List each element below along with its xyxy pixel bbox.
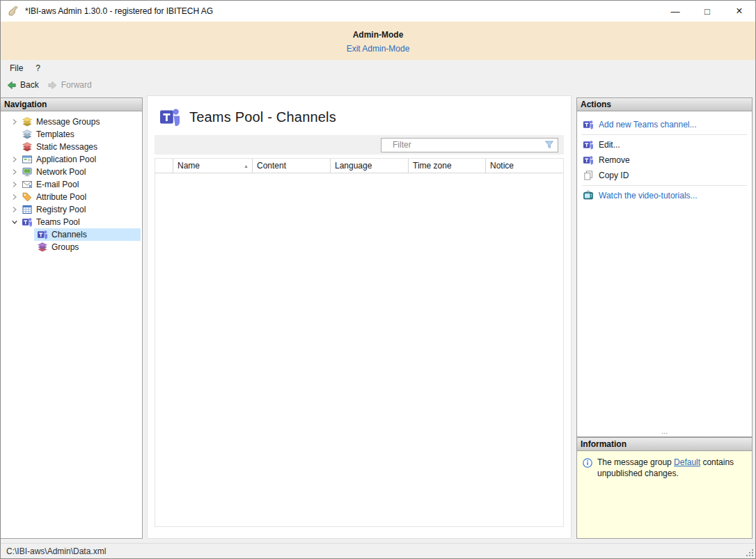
chevron-right-icon[interactable] [10,166,19,178]
nav-item-attribute-pool[interactable]: Attribute Pool [1,191,142,203]
nav-item-label: E-mail Pool [36,180,79,189]
nav-item-channels[interactable]: Channels [1,228,142,241]
add-teams-channel-action[interactable]: Add new Teams channel... [577,117,752,132]
menu-file[interactable]: File [3,60,29,77]
network-pool-icon [22,166,33,178]
copy-icon [583,170,594,181]
chevron-right-icon[interactable] [10,191,19,203]
nav-item-email-pool[interactable]: E-mail Pool [1,178,142,191]
column-header-notice[interactable]: Notice [485,159,563,173]
status-bar-path: C:\IBI-aws\Admin\Data.xml [6,546,106,556]
chevron-spacer [10,241,34,253]
nav-item-label: Teams Pool [36,217,80,227]
actions-panel: Actions Add new Teams channel... Edit...… [576,97,753,437]
email-pool-icon [22,179,33,190]
teams-remove-icon [583,155,594,166]
chevron-spacer [10,128,19,141]
back-button[interactable]: Back [6,80,39,90]
watch-video-tutorials-action[interactable]: Watch the video-tutorials... [577,188,752,203]
table-header: Name ▲ Content Language Time zone Notice [155,159,563,173]
content-panel: Teams Pool - Channels Name ▲ Content Lan… [147,95,572,539]
teams-channel-icon [37,229,48,240]
panel-splitter-handle[interactable]: ... [577,430,752,436]
toolbar: Back Forward [1,77,755,93]
admin-mode-title: Admin-Mode [1,22,755,40]
action-label: Edit... [599,140,620,150]
exit-admin-mode-link[interactable]: Exit Admin-Mode [347,44,410,54]
action-label: Remove [599,155,630,165]
column-header-language[interactable]: Language [330,159,408,173]
status-bar: C:\IBI-aws\Admin\Data.xml [1,543,755,558]
chevron-right-icon[interactable] [10,116,19,128]
registry-pool-icon [22,204,33,215]
chevron-right-icon[interactable] [10,203,19,216]
column-header-content[interactable]: Content [252,159,330,173]
app-window: *IBI-aws Admin 1.30.0 - registered for I… [0,0,756,559]
nav-item-templates[interactable]: Templates [1,128,142,141]
default-group-link[interactable]: Default [674,457,700,467]
table-body-empty [155,173,563,526]
column-spacer [155,159,173,173]
chevron-right-icon[interactable] [10,153,19,166]
column-header-name[interactable]: Name ▲ [173,159,252,173]
actions-separator [582,185,747,186]
resize-grip[interactable] [745,548,754,557]
message-prefix: The message group [597,457,674,467]
attribute-pool-icon [22,191,33,203]
channels-table: Name ▲ Content Language Time zone Notice [155,158,564,527]
app-icon [7,5,19,17]
chevron-spacer [10,141,19,153]
actions-list: Add new Teams channel... Edit... Remove … [577,111,752,203]
nav-item-registry-pool[interactable]: Registry Pool [1,203,142,216]
nav-item-application-pool[interactable]: Application Pool [1,153,142,166]
back-arrow-icon [6,80,17,90]
window-controls: — □ × [659,1,755,22]
nav-item-groups[interactable]: Groups [1,241,142,253]
nav-item-label: Message Groups [36,117,100,127]
nav-item-network-pool[interactable]: Network Pool [1,166,142,178]
nav-item-teams-pool[interactable]: Teams Pool [1,216,142,228]
info-icon [582,457,593,469]
navigation-header: Navigation [1,98,142,111]
information-message: The message group Default contains unpub… [597,457,747,480]
column-header-timezone[interactable]: Time zone [408,159,485,173]
copy-id-action[interactable]: Copy ID [577,168,752,183]
message-groups-icon [22,116,33,127]
remove-action[interactable]: Remove [577,152,752,168]
actions-separator [582,134,747,135]
information-panel: Information The message group Default co… [576,437,753,539]
window-title: *IBI-aws Admin 1.30.0 - registered for I… [25,6,213,16]
filter-box [381,138,558,152]
maximize-button[interactable]: □ [691,1,723,22]
menu-help[interactable]: ? [29,60,47,77]
navigation-tree: Message Groups Templates Static Messages… [1,111,142,253]
action-label: Add new Teams channel... [599,120,697,129]
sort-ascending-icon: ▲ [244,164,249,168]
nav-item-label: Templates [36,129,74,139]
minimize-button[interactable]: — [659,1,691,22]
nav-item-message-groups[interactable]: Message Groups [1,116,142,128]
nav-item-label: Groups [52,242,79,252]
filter-funnel-icon[interactable] [544,139,555,150]
teams-icon [159,106,181,128]
information-body: The message group Default contains unpub… [577,451,752,486]
back-label: Back [20,80,39,90]
nav-item-label: Static Messages [36,142,97,152]
chevron-down-icon[interactable] [10,216,19,228]
close-button[interactable]: × [723,1,755,22]
nav-item-label: Network Pool [36,167,86,177]
chevron-right-icon[interactable] [10,178,19,191]
navigation-panel: Navigation Message Groups Templates Stat… [1,97,143,539]
edit-action[interactable]: Edit... [577,137,752,152]
chevron-spacer [10,228,34,241]
nav-item-static-messages[interactable]: Static Messages [1,141,142,153]
nav-item-label: Application Pool [36,155,96,164]
forward-button[interactable]: Forward [47,80,92,90]
admin-mode-banner: Admin-Mode Exit Admin-Mode [1,22,755,60]
nav-item-label: Attribute Pool [36,192,86,202]
application-pool-icon [22,154,33,165]
templates-icon [22,129,33,140]
filter-input[interactable] [381,140,544,150]
nav-item-label: Channels [52,230,87,239]
static-messages-icon [22,141,33,152]
